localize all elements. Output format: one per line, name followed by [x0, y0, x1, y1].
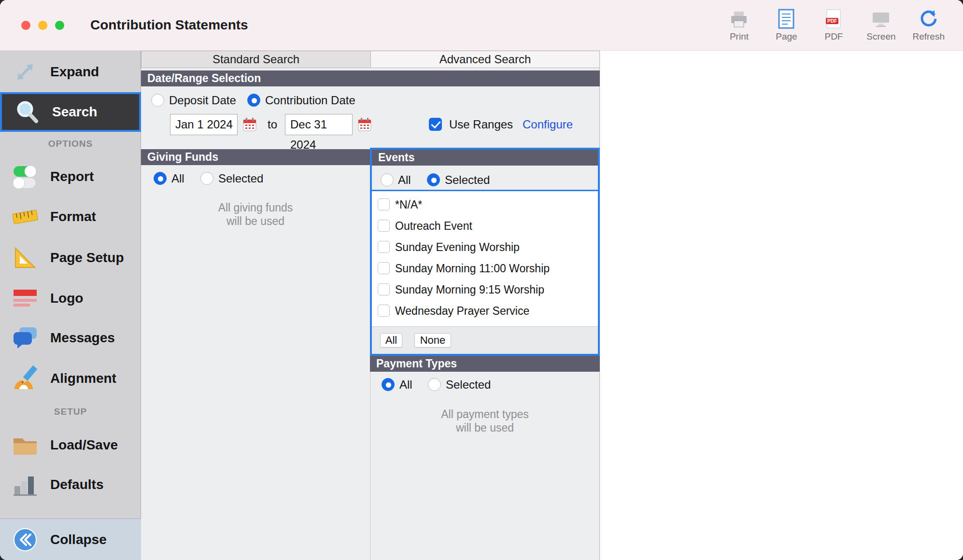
sidebar-section-options: OPTIONS	[0, 138, 141, 150]
date-to-label: to	[268, 117, 277, 132]
giving-funds-selected-radio[interactable]	[200, 172, 213, 185]
sidebar-item-label: Report	[50, 169, 94, 184]
close-window-button[interactable]	[21, 21, 30, 30]
refresh-icon	[919, 6, 939, 29]
sidebar-item-page-setup[interactable]: Page Setup	[0, 238, 141, 278]
event-label: Wednesday Prayer Service	[395, 300, 529, 322]
event-checkbox[interactable]	[378, 220, 390, 232]
giving-funds-all-radio[interactable]	[154, 172, 167, 185]
event-label: *N/A*	[395, 194, 422, 215]
refresh-button[interactable]: Refresh	[912, 6, 945, 42]
screen-button[interactable]: Screen	[865, 6, 897, 42]
sidebar-item-label: Expand	[50, 64, 99, 80]
payment-types-header: Payment Types	[370, 356, 600, 372]
events-selected-label: Selected	[445, 173, 490, 187]
app-window: Contribution Statements Print Page PDF P…	[0, 0, 963, 560]
events-panel: Events All Selected *N/A* Outreach Event	[370, 148, 600, 356]
sidebar: Expand Search OPTIONS Report Format	[0, 51, 141, 560]
page-icon	[778, 6, 794, 29]
event-label: Sunday Morning 11:00 Worship	[395, 258, 550, 279]
sidebar-item-format[interactable]: Format	[0, 196, 141, 237]
giving-funds-header: Giving Funds	[141, 149, 370, 165]
from-date-field[interactable]: Jan 1 2024	[170, 114, 238, 135]
zoom-window-button[interactable]	[55, 21, 64, 30]
collapse-icon	[10, 524, 41, 555]
payment-types-mode-row: All Selected	[141, 378, 600, 392]
sidebar-item-messages[interactable]: Messages	[0, 318, 141, 358]
giving-funds-note-line2: will be used	[159, 214, 352, 228]
tab-standard-search[interactable]: Standard Search	[141, 51, 371, 68]
events-select-all-button[interactable]: All	[380, 333, 402, 348]
event-row[interactable]: Wednesday Prayer Service	[372, 300, 598, 322]
giving-funds-mode-row: All Selected	[141, 171, 370, 186]
sidebar-item-search[interactable]: Search	[0, 92, 141, 132]
refresh-label: Refresh	[912, 31, 945, 42]
use-ranges-checkbox[interactable]	[429, 118, 442, 131]
events-mode-row: All Selected	[372, 173, 598, 187]
event-row[interactable]: Sunday Morning 11:00 Worship	[372, 258, 598, 279]
date-fields-row: Jan 1 2024 to Dec 31 2024 Use Ranges Con…	[141, 114, 600, 135]
event-label: Sunday Evening Worship	[395, 237, 520, 258]
events-selected-radio[interactable]	[427, 173, 440, 186]
payment-types-selected-radio[interactable]	[428, 378, 441, 391]
event-checkbox[interactable]	[378, 198, 390, 210]
folder-icon	[10, 430, 41, 461]
events-buttons-strip: All None	[372, 326, 598, 354]
tab-advanced-search[interactable]: Advanced Search	[370, 51, 600, 68]
sidebar-item-report[interactable]: Report	[0, 156, 141, 197]
event-row[interactable]: Sunday Morning 9:15 Worship	[372, 279, 598, 300]
sidebar-item-load-save[interactable]: Load/Save	[0, 425, 141, 465]
sidebar-item-defaults[interactable]: Defaults	[0, 464, 141, 505]
configure-link[interactable]: Configure	[523, 117, 573, 132]
events-select-none-button[interactable]: None	[414, 333, 451, 348]
giving-funds-note-line1: All giving funds	[159, 201, 352, 214]
printer-icon	[728, 6, 750, 29]
report-icon	[10, 161, 41, 192]
deposit-date-radio[interactable]	[151, 94, 164, 107]
print-label: Print	[730, 31, 749, 42]
from-calendar-icon[interactable]	[242, 117, 257, 132]
sidebar-item-logo[interactable]: Logo	[0, 278, 141, 319]
event-checkbox[interactable]	[378, 305, 390, 317]
sidebar-item-label: Search	[52, 104, 97, 120]
contribution-date-radio[interactable]	[247, 94, 260, 107]
event-label: Sunday Morning 9:15 Worship	[395, 279, 544, 300]
sidebar-item-label: Alignment	[50, 371, 116, 386]
event-checkbox[interactable]	[378, 283, 390, 295]
print-button[interactable]: Print	[723, 6, 755, 42]
window-title: Contribution Statements	[90, 17, 248, 33]
events-all-radio[interactable]	[381, 173, 394, 186]
event-checkbox[interactable]	[378, 241, 390, 253]
giving-funds-selected-label: Selected	[218, 171, 263, 186]
payment-types-all-radio[interactable]	[382, 378, 395, 391]
sidebar-section-setup: SETUP	[0, 406, 141, 418]
event-label: Outreach Event	[395, 215, 472, 237]
events-list[interactable]: *N/A* Outreach Event Sunday Evening Wors…	[372, 191, 598, 326]
sidebar-item-label: Format	[50, 209, 96, 224]
payment-types-selected-label: Selected	[446, 378, 491, 392]
page-label: Page	[776, 31, 797, 42]
contribution-date-label: Contribution Date	[265, 93, 355, 108]
to-date-field[interactable]: Dec 31 2024	[285, 114, 353, 135]
deposit-date-label: Deposit Date	[169, 93, 236, 108]
payment-types-note-line1: All payment types	[388, 407, 581, 421]
page-button[interactable]: Page	[770, 6, 802, 42]
search-panel: Standard Search Advanced Search Date/Ran…	[141, 51, 600, 560]
event-checkbox[interactable]	[378, 262, 390, 274]
minimize-window-button[interactable]	[38, 21, 47, 30]
sidebar-item-collapse[interactable]: Collapse	[0, 518, 141, 560]
pdf-button[interactable]: PDF PDF	[818, 6, 850, 42]
sidebar-item-label: Collapse	[50, 532, 107, 547]
sidebar-item-expand[interactable]: Expand	[0, 52, 141, 92]
toolbar: Print Page PDF PDF Screen	[723, 6, 945, 42]
search-icon	[12, 97, 42, 127]
event-row[interactable]: *N/A*	[372, 194, 598, 215]
event-row[interactable]: Outreach Event	[372, 215, 598, 237]
giving-funds-note: All giving funds will be used	[159, 201, 352, 228]
screen-icon	[870, 6, 892, 29]
sidebar-item-alignment[interactable]: Alignment	[0, 358, 141, 399]
title-bar: Contribution Statements Print Page PDF P…	[0, 0, 963, 51]
events-header: Events	[372, 150, 598, 166]
to-calendar-icon[interactable]	[357, 117, 372, 132]
event-row[interactable]: Sunday Evening Worship	[372, 237, 598, 258]
